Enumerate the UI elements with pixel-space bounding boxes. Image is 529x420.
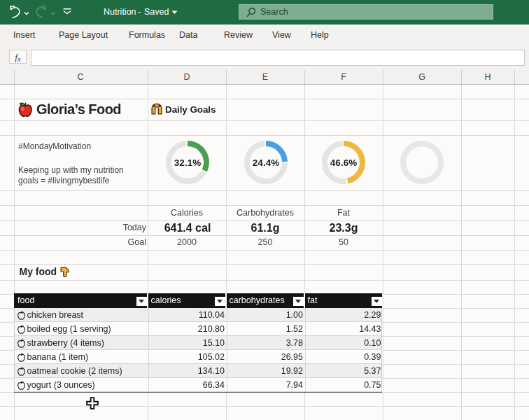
svg-text:32.1%: 32.1% bbox=[174, 158, 201, 168]
svg-text:46.6%: 46.6% bbox=[330, 158, 357, 168]
svg-text:24.4%: 24.4% bbox=[253, 158, 279, 168]
